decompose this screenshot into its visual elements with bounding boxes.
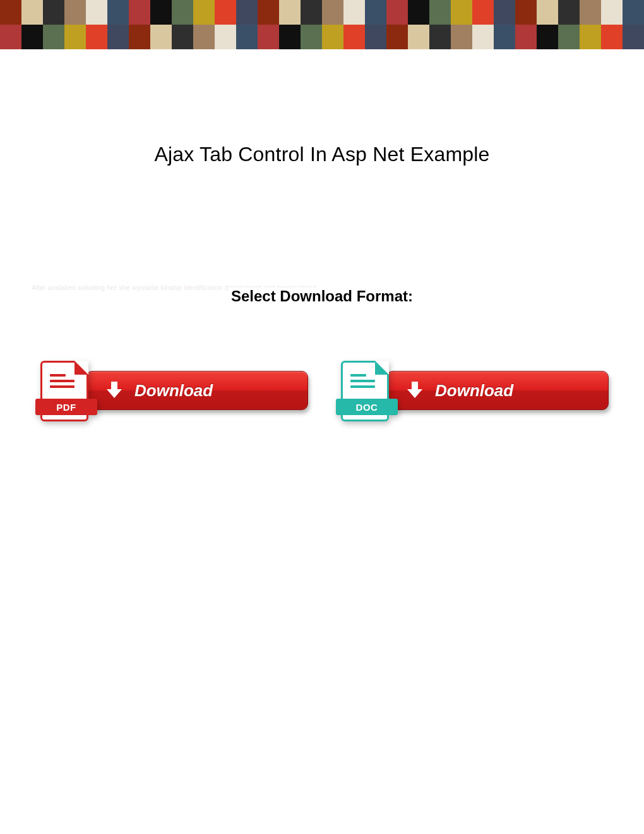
doc-badge-label: DOC bbox=[336, 399, 398, 415]
banner-collage bbox=[0, 0, 644, 49]
download-pdf-unit: PDF Download bbox=[35, 360, 308, 425]
download-doc-unit: DOC Download bbox=[336, 360, 609, 425]
download-pdf-button-label: Download bbox=[134, 381, 213, 401]
download-buttons-row: PDF Download DOC Download bbox=[0, 360, 644, 425]
download-format-heading: Select Download Format: bbox=[229, 287, 415, 305]
download-doc-button[interactable]: Download bbox=[386, 371, 609, 410]
download-doc-button-label: Download bbox=[435, 381, 513, 401]
pdf-file-icon: PDF bbox=[35, 360, 93, 425]
download-pdf-button[interactable]: Download bbox=[86, 371, 308, 410]
pdf-badge-label: PDF bbox=[35, 399, 97, 415]
download-arrow-icon bbox=[105, 382, 123, 399]
download-arrow-icon bbox=[406, 382, 424, 399]
doc-file-icon: DOC bbox=[336, 360, 394, 425]
page-title: Ajax Tab Control In Asp Net Example bbox=[0, 143, 644, 166]
